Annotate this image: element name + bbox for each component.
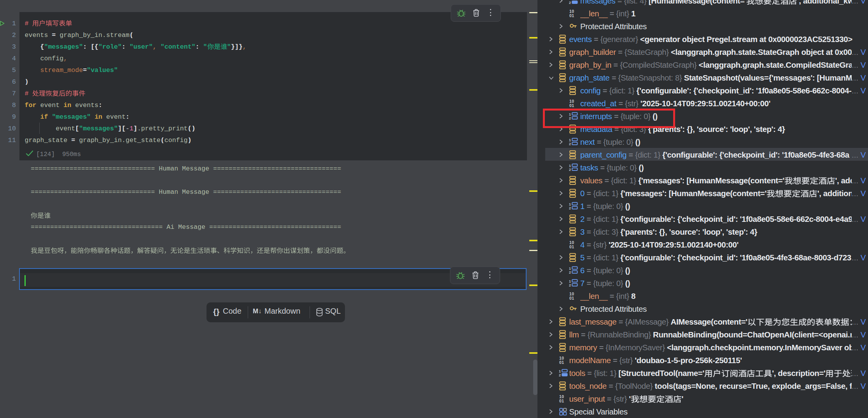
svg-text:2: 2 xyxy=(569,283,571,287)
svg-text:1: 1 xyxy=(569,267,571,270)
svg-text:2: 2 xyxy=(569,206,571,210)
svg-text:2: 2 xyxy=(559,373,561,377)
svg-text:1: 1 xyxy=(569,138,571,142)
svg-text:2: 2 xyxy=(569,270,571,274)
svg-text:2: 2 xyxy=(569,142,571,146)
svg-text:2: 2 xyxy=(569,1,571,5)
svg-text:1: 1 xyxy=(569,279,571,283)
svg-text:2: 2 xyxy=(569,168,571,172)
svg-text:1: 1 xyxy=(569,202,571,206)
svg-text:1: 1 xyxy=(559,369,561,373)
svg-text:1: 1 xyxy=(569,164,571,168)
